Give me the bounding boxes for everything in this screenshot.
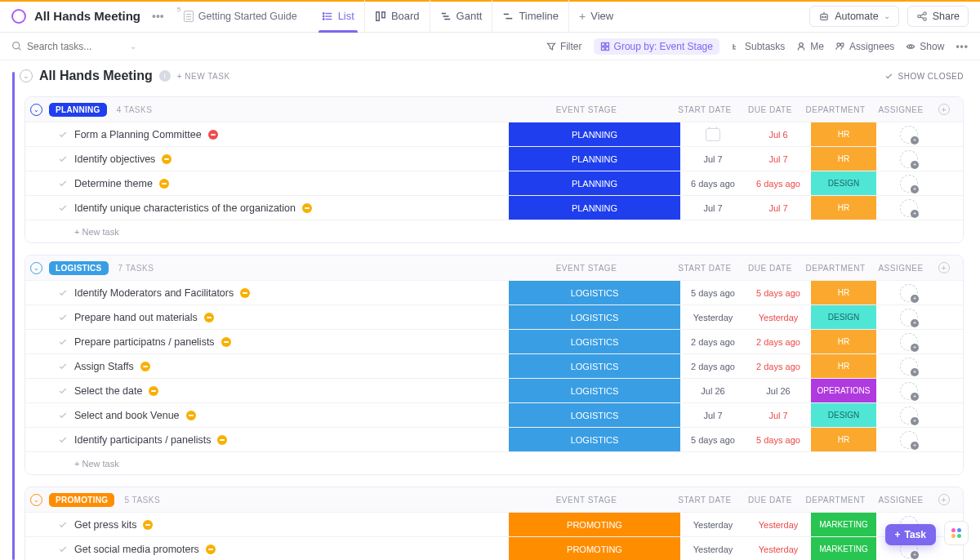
info-icon[interactable]: i [159,70,171,82]
title-more-icon[interactable]: ••• [149,10,167,23]
task-start-date[interactable]: Jul 26 [680,379,746,402]
task-stage-cell[interactable]: LOGISTICS [509,330,680,353]
column-header-assignee[interactable]: ASSIGNEE [868,105,933,114]
add-column-button[interactable]: + [933,262,955,273]
task-row[interactable]: Identify unique characteristics of the o… [25,195,963,220]
task-due-date[interactable]: Jul 7 [746,403,811,427]
column-header-dept[interactable]: DEPARTMENT [803,105,868,114]
task-start-date[interactable]: 2 days ago [680,330,746,353]
task-department[interactable]: HR [811,122,876,146]
tab-gantt[interactable]: Gantt [430,0,492,32]
task-due-date[interactable]: Jul 7 [746,147,811,171]
task-assignee[interactable] [876,305,942,329]
task-stage-cell[interactable]: LOGISTICS [509,428,680,451]
task-department[interactable]: DESIGN [811,171,876,195]
task-complete-toggle[interactable] [25,147,74,171]
column-header-stage[interactable]: EVENT STAGE [501,264,672,273]
task-assignee[interactable] [876,122,942,146]
column-header-due[interactable]: DUE DATE [737,496,803,504]
task-department[interactable]: DESIGN [811,305,876,329]
tab-timeline[interactable]: Timeline [492,0,568,32]
priority-icon[interactable] [162,154,172,164]
task-due-date[interactable]: 5 days ago [746,428,811,451]
task-complete-toggle[interactable] [25,513,74,536]
task-assignee[interactable] [876,171,942,195]
task-stage-cell[interactable]: PROMOTING [509,537,680,560]
task-complete-toggle[interactable] [25,171,74,195]
task-name-cell[interactable]: Identify objectives [74,147,509,171]
task-complete-toggle[interactable] [25,354,74,378]
task-row[interactable]: Prepare participatns / panelistsLOGISTIC… [25,329,963,353]
task-start-date[interactable]: 6 days ago [680,171,746,195]
task-row[interactable]: Assign StaffsLOGISTICS2 days ago2 days a… [25,353,963,378]
task-name-cell[interactable]: Prepare participatns / panelists [74,330,509,353]
task-due-date[interactable]: Yesterday [746,513,811,536]
task-stage-cell[interactable]: LOGISTICS [509,379,680,402]
list-collapse-toggle[interactable]: ⌄ [20,69,33,82]
column-header-start[interactable]: START DATE [672,105,737,114]
task-start-date[interactable]: Jul 7 [680,403,746,427]
task-department[interactable]: HR [811,428,876,451]
task-row[interactable]: Prepare hand out materialsLOGISTICSYeste… [25,304,963,329]
search-wrap[interactable]: ⌄ [11,41,142,52]
column-header-dept[interactable]: DEPARTMENT [803,496,868,504]
task-row[interactable]: Identify participants / panelistsLOGISTI… [25,427,963,451]
task-due-date[interactable]: 2 days ago [746,354,811,378]
filter-button[interactable]: Filter [546,41,582,52]
tab-add-view[interactable]: + View [568,0,623,32]
task-name-cell[interactable]: Assign Staffs [74,354,509,378]
task-start-date[interactable]: Yesterday [680,537,746,560]
tab-list[interactable]: List [312,0,364,32]
priority-icon[interactable] [206,544,216,554]
more-options-icon[interactable]: ••• [956,41,969,52]
column-header-assignee[interactable]: ASSIGNEE [868,264,933,273]
priority-icon[interactable] [217,435,227,445]
task-department[interactable]: HR [811,330,876,353]
task-row[interactable]: Identify objectivesPLANNINGJul 7Jul 7HR [25,146,963,171]
column-header-start[interactable]: START DATE [672,264,737,273]
column-header-due[interactable]: DUE DATE [737,105,803,114]
task-stage-cell[interactable]: PLANNING [509,196,680,220]
task-due-date[interactable]: Jul 26 [746,379,811,402]
task-name-cell[interactable]: Get social media promoters [74,537,509,560]
priority-icon[interactable] [204,313,214,322]
task-due-date[interactable]: 2 days ago [746,330,811,353]
task-assignee[interactable] [876,379,942,402]
priority-icon[interactable] [186,411,196,420]
task-due-date[interactable]: Yesterday [746,537,811,560]
tab-board[interactable]: Board [364,0,430,32]
share-button[interactable]: Share [907,6,969,27]
task-assignee[interactable] [876,428,942,451]
getting-started-link[interactable]: 5 Getting Started Guide [176,11,297,22]
task-department[interactable]: MARKETING [811,513,876,536]
task-name-cell[interactable]: Get press kits [74,513,509,536]
add-column-button[interactable]: + [933,494,955,505]
task-name-cell[interactable]: Select and book Venue [74,403,509,427]
task-name-cell[interactable]: Prepare hand out materials [74,305,509,329]
task-due-date[interactable]: 6 days ago [746,171,811,195]
add-column-button[interactable]: + [933,104,955,115]
column-header-dept[interactable]: DEPARTMENT [803,264,868,273]
task-name-cell[interactable]: Identify Moderators and Facilitators [74,281,509,304]
priority-icon[interactable] [159,179,169,189]
priority-icon[interactable] [240,288,250,298]
new-task-fab[interactable]: + Task [885,524,936,545]
new-task-link[interactable]: + NEW TASK [177,72,230,81]
task-complete-toggle[interactable] [25,537,74,560]
task-department[interactable]: MARKETING [811,537,876,560]
task-row[interactable]: Form a Planning CommitteePLANNINGJul 6HR [25,122,963,146]
task-department[interactable]: HR [811,354,876,378]
group-collapse-toggle[interactable]: ⌄ [30,104,42,116]
task-start-date-empty[interactable] [680,122,746,146]
group-collapse-toggle[interactable]: ⌄ [30,494,42,506]
me-button[interactable]: Me [796,41,824,52]
priority-icon[interactable] [302,203,312,213]
task-due-date[interactable]: Yesterday [746,305,811,329]
group-collapse-toggle[interactable]: ⌄ [30,262,42,274]
priority-icon[interactable] [208,130,218,140]
task-row[interactable]: Determine themePLANNING6 days ago6 days … [25,171,963,195]
group-by-button[interactable]: Group by: Event Stage [594,38,719,55]
task-complete-toggle[interactable] [25,403,74,427]
column-header-assignee[interactable]: ASSIGNEE [868,496,933,504]
task-stage-cell[interactable]: PLANNING [509,122,680,146]
